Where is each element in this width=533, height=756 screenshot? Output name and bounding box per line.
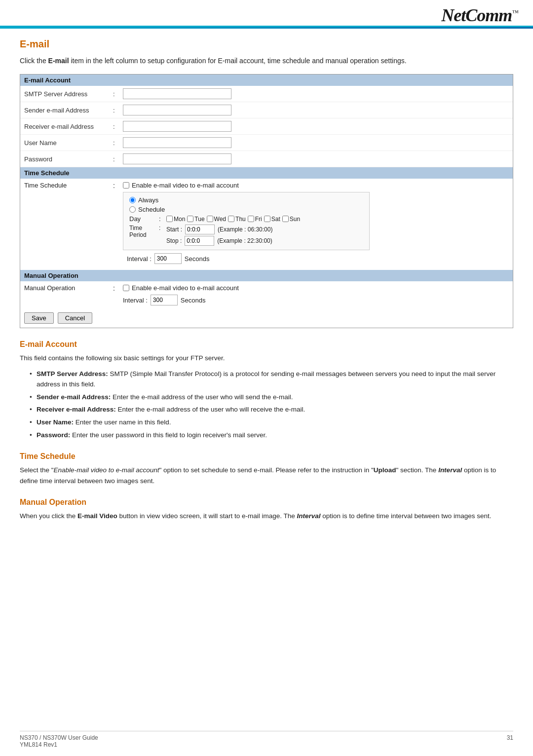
ts-interval-label: Interval :	[127, 255, 152, 263]
ts-enable-label: Enable e-mail video to e-mail account	[132, 182, 239, 189]
time-schedule-doc-text: Select the "Enable-mail video to e-mail …	[20, 465, 513, 486]
day-mon-checkbox[interactable]	[166, 216, 173, 222]
email-account-bullets: SMTP Server Address: SMTP (Simple Mail T…	[30, 369, 513, 441]
username-input-wrap	[123, 137, 509, 148]
time-schedule-doc-title: Time Schedule	[20, 452, 513, 461]
always-row: Always	[129, 196, 363, 204]
time-period-colon: :	[159, 225, 166, 231]
schedule-radio[interactable]	[129, 206, 136, 213]
time-period-container: Time Period : Start : (Example : 06:30:0…	[129, 225, 363, 246]
password-colon: :	[113, 155, 123, 163]
day-checkboxes: Mon Tue Wed Thu Fri Sat Sun	[166, 216, 300, 223]
time-entries: Start : (Example : 06:30:00) Stop : (Exa…	[166, 225, 272, 246]
page-footer: NS370 / NS370W User Guide YML814 Rev1 31	[20, 731, 513, 748]
intro-bold: E-mail	[48, 57, 69, 65]
ts-enable-checkbox[interactable]	[123, 182, 129, 189]
smtp-input-wrap	[123, 88, 509, 99]
smtp-label: SMTP Server Address	[24, 90, 113, 98]
start-time-row: Start : (Example : 06:30:00)	[166, 225, 272, 234]
manual-op-doc-text: When you click the E-mail Video button i…	[20, 511, 513, 522]
time-period-label: Time Period	[129, 225, 159, 238]
start-time-input[interactable]	[185, 225, 215, 234]
mo-enable-row: Enable e-mail video to e-mail account	[123, 284, 509, 292]
receiver-row: Receiver e-mail Address :	[20, 118, 513, 135]
ts-field-label: Time Schedule	[24, 182, 113, 189]
sender-row: Sender e-mail Address :	[20, 102, 513, 118]
logo-tm: ™	[512, 9, 518, 16]
cancel-button[interactable]: Cancel	[58, 312, 92, 324]
page-header: NetComm™	[0, 0, 533, 27]
day-wed: Wed	[207, 216, 226, 223]
schedule-box: Always Schedule Day : Mon Tue	[123, 192, 370, 250]
day-thu: Thu	[228, 216, 246, 223]
day-tue: Tue	[187, 216, 204, 223]
ts-interval-row: Interval : Seconds	[123, 250, 509, 267]
mo-interval-row: Interval : Seconds	[123, 295, 509, 305]
day-sun-checkbox[interactable]	[282, 216, 289, 222]
stop-example: (Example : 22:30:00)	[217, 237, 272, 244]
username-input[interactable]	[123, 137, 231, 148]
sender-colon: :	[113, 107, 123, 114]
day-thu-checkbox[interactable]	[228, 216, 234, 222]
username-colon: :	[113, 139, 123, 147]
bullet-receiver: Receiver e-mail Address: Enter the e-mai…	[30, 404, 513, 415]
password-input[interactable]	[123, 153, 231, 164]
password-row: Password :	[20, 151, 513, 167]
mo-content: Enable e-mail video to e-mail account In…	[123, 284, 509, 305]
manual-op-row: Manual Operation : Enable e-mail video t…	[20, 281, 513, 308]
day-label: Day	[129, 215, 159, 223]
mo-enable-checkbox[interactable]	[123, 285, 129, 291]
mo-enable-label: Enable e-mail video to e-mail account	[132, 284, 239, 292]
smtp-row: SMTP Server Address :	[20, 86, 513, 102]
bullet-smtp: SMTP Server Address: SMTP (Simple Mail T…	[30, 369, 513, 390]
start-example: (Example : 06:30:00)	[218, 226, 272, 233]
sender-label: Sender e-mail Address	[24, 107, 113, 114]
email-account-section-header: E-mail Account	[20, 75, 513, 86]
day-sat: Sat	[264, 216, 280, 223]
save-button[interactable]: Save	[24, 312, 54, 324]
mo-interval-label: Interval :	[123, 297, 148, 304]
email-account-doc-title: E-mail Account	[20, 340, 513, 349]
always-radio[interactable]	[129, 197, 136, 203]
username-label: User Name	[24, 139, 113, 147]
bullet-sender: Sender e-mail Address: Enter the e-mail …	[30, 392, 513, 403]
intro-paragraph: Click the E-mail item in the left column…	[20, 56, 513, 66]
day-wed-checkbox[interactable]	[207, 216, 213, 222]
mo-seconds-label: Seconds	[181, 297, 206, 304]
footer-model: NS370 / NS370W User Guide	[20, 734, 98, 741]
manual-op-doc-title: Manual Operation	[20, 498, 513, 507]
password-label: Password	[24, 155, 113, 163]
day-sun: Sun	[282, 216, 300, 223]
stop-time-row: Stop : (Example : 22:30:00)	[166, 236, 272, 246]
config-box: E-mail Account SMTP Server Address : Sen…	[20, 74, 513, 328]
schedule-label: Schedule	[138, 206, 165, 213]
main-content: E-mail Click the E-mail item in the left…	[0, 29, 533, 546]
password-input-wrap	[123, 153, 509, 164]
day-tue-checkbox[interactable]	[187, 216, 193, 222]
day-fri-checkbox[interactable]	[248, 216, 254, 222]
mo-colon: :	[113, 284, 123, 292]
day-fri: Fri	[248, 216, 262, 223]
stop-time-input[interactable]	[185, 236, 214, 246]
day-mon: Mon	[166, 216, 185, 223]
day-sat-checkbox[interactable]	[264, 216, 270, 222]
footer-left: NS370 / NS370W User Guide YML814 Rev1	[20, 734, 98, 748]
ts-content: Enable e-mail video to e-mail account Al…	[123, 182, 509, 267]
ts-enable-row: Enable e-mail video to e-mail account	[123, 182, 509, 189]
receiver-input[interactable]	[123, 121, 231, 132]
receiver-label: Receiver e-mail Address	[24, 123, 113, 130]
mo-field-label: Manual Operation	[24, 284, 113, 292]
smtp-colon: :	[113, 90, 123, 98]
stop-label: Stop :	[166, 237, 182, 244]
ts-interval-input[interactable]	[154, 253, 182, 264]
sender-input[interactable]	[123, 105, 231, 115]
smtp-input[interactable]	[123, 88, 231, 99]
page-title: E-mail	[20, 38, 513, 50]
bullet-password: Password: Enter the user password in thi…	[30, 430, 513, 441]
day-row: Day : Mon Tue Wed Thu Fri Sat Sun	[129, 215, 363, 223]
username-row: User Name :	[20, 135, 513, 151]
time-schedule-section-header: Time Schedule	[20, 167, 513, 179]
bullet-username: User Name: Enter the user name in this f…	[30, 417, 513, 428]
always-label: Always	[138, 196, 158, 204]
mo-interval-input[interactable]	[151, 295, 178, 305]
